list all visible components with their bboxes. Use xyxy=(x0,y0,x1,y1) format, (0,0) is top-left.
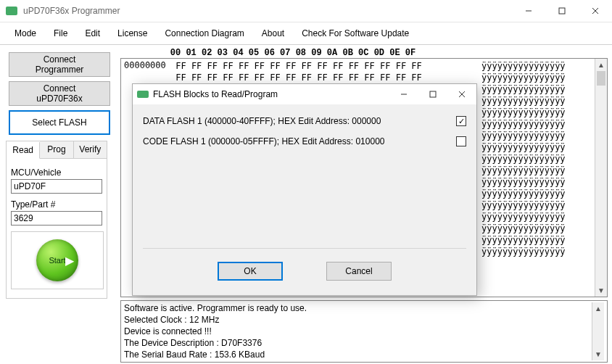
close-button[interactable] xyxy=(579,0,612,22)
dialog-close-button[interactable] xyxy=(447,84,476,104)
start-wrap: Start ▶ xyxy=(11,231,104,289)
start-button[interactable]: Start ▶ xyxy=(36,239,78,281)
status-log: Software is active. Programmer is ready … xyxy=(120,300,608,363)
minimize-button[interactable] xyxy=(512,0,545,22)
play-icon: ▶ xyxy=(65,254,74,268)
select-flash-button[interactable]: Select FLASH xyxy=(9,110,110,135)
dialog-buttons: OK Cancel xyxy=(143,249,466,291)
connect-programmer-button[interactable]: Connect Programmer xyxy=(9,52,110,77)
tabs: Read Prog Verify xyxy=(6,141,107,158)
type-label: Type/Part # xyxy=(11,199,102,210)
flash-row-code: CODE FLASH 1 (000000-05FFFF); HEX Edit A… xyxy=(143,136,466,146)
flash-row-data: DATA FLASH 1 (400000-40FFFF); HEX Edit A… xyxy=(143,116,466,126)
flash-row-label: CODE FLASH 1 (000000-05FFFF); HEX Edit A… xyxy=(143,136,452,146)
connect-device-button[interactable]: Connect uPD70F36x xyxy=(9,81,110,106)
menu-check-update[interactable]: Check For Software Update xyxy=(293,25,418,41)
tab-prog[interactable]: Prog xyxy=(40,141,73,158)
dialog-maximize-button[interactable] xyxy=(418,84,447,104)
tab-panel: MCU/Vehicle Type/Part # Start ▶ xyxy=(6,158,107,299)
status-scrollbar[interactable]: ▲ ▼ xyxy=(592,302,604,360)
minimize-icon xyxy=(400,91,408,98)
type-field[interactable] xyxy=(11,211,102,226)
dialog-icon xyxy=(137,91,149,98)
scroll-thumb[interactable] xyxy=(597,71,605,86)
status-text: Software is active. Programmer is ready … xyxy=(124,302,592,360)
scroll-down-icon[interactable]: ▼ xyxy=(592,348,604,360)
scroll-up-icon[interactable]: ▲ xyxy=(592,302,604,315)
mcu-field[interactable] xyxy=(11,179,102,194)
cancel-button[interactable]: Cancel xyxy=(326,262,392,281)
menubar: Mode File Edit License Connection Diagra… xyxy=(0,22,612,45)
flash-blocks-dialog: FLASH Blocks to Read/Program DATA FLASH … xyxy=(132,83,477,296)
mcu-label: MCU/Vehicle xyxy=(11,167,102,178)
start-label: Start xyxy=(49,256,65,265)
maximize-icon xyxy=(429,91,437,98)
menu-edit[interactable]: Edit xyxy=(76,25,109,41)
tab-read[interactable]: Read xyxy=(7,142,40,159)
dialog-body: DATA FLASH 1 (400000-40FFFF); HEX Edit A… xyxy=(133,104,476,295)
titlebar: uPD70F36x Programmer xyxy=(0,0,612,22)
window-title: uPD70F36x Programmer xyxy=(23,6,512,16)
dialog-titlebar: FLASH Blocks to Read/Program xyxy=(133,84,476,104)
app-icon xyxy=(6,7,17,15)
menu-mode[interactable]: Mode xyxy=(6,25,45,41)
maximize-button[interactable] xyxy=(545,0,579,22)
dialog-minimize-button[interactable] xyxy=(389,84,418,104)
checkbox-data-flash[interactable]: ✓ xyxy=(456,116,466,126)
menu-about[interactable]: About xyxy=(253,25,293,41)
window-buttons xyxy=(512,0,612,22)
svg-rect-1 xyxy=(559,8,565,14)
dialog-title: FLASH Blocks to Read/Program xyxy=(153,89,389,99)
dialog-window-buttons xyxy=(389,84,476,104)
svg-rect-5 xyxy=(430,91,436,97)
menu-file[interactable]: File xyxy=(45,25,76,41)
hex-header: 00 01 02 03 04 05 06 07 08 09 0A 0B 0C 0… xyxy=(120,48,608,58)
vscrollbar[interactable]: ▲ ▼ xyxy=(595,59,607,297)
minimize-icon xyxy=(525,7,532,15)
menu-license[interactable]: License xyxy=(109,25,156,41)
tab-verify[interactable]: Verify xyxy=(74,141,107,158)
sidebar: Connect Programmer Connect uPD70F36x Sel… xyxy=(0,45,119,364)
close-icon xyxy=(592,7,599,15)
flash-row-label: DATA FLASH 1 (400000-40FFFF); HEX Edit A… xyxy=(143,116,452,126)
scroll-up-icon[interactable]: ▲ xyxy=(595,59,607,71)
menu-connection-diagram[interactable]: Connection Diagram xyxy=(156,25,252,41)
close-icon xyxy=(458,91,466,98)
hex-ascii: ÿÿÿÿÿÿÿÿÿÿÿÿÿÿÿÿ ÿÿÿÿÿÿÿÿÿÿÿÿÿÿÿÿ ÿÿÿÿÿÿ… xyxy=(479,59,595,297)
maximize-icon xyxy=(558,7,566,15)
scroll-down-icon[interactable]: ▼ xyxy=(595,284,607,297)
ok-button[interactable]: OK xyxy=(218,262,283,281)
checkbox-code-flash[interactable] xyxy=(456,136,466,146)
